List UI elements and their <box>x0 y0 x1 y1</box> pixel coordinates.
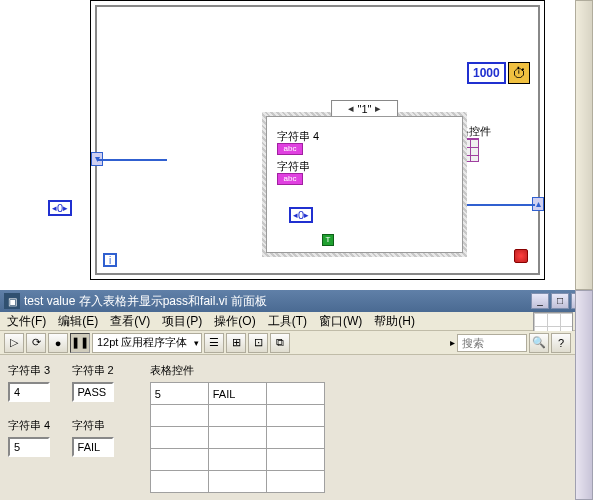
window-title: test value 存入表格并显示pass和fail.vi 前面板 <box>24 293 267 310</box>
vi-icon: ▣ <box>4 293 20 309</box>
help-icon[interactable]: ? <box>551 333 571 353</box>
string4-label: 字符串 4 <box>8 418 50 433</box>
table-control[interactable]: 5FAIL <box>150 382 325 493</box>
string3-input[interactable] <box>8 382 50 402</box>
toolbar: ▷ ⟳ ● ❚❚ 12pt 应用程序字体 ☰ ⊞ ⊡ ⧉ ▸ 🔍 ? <box>0 331 575 355</box>
case-frame: 字符串 4 abc 字符串 abc ◂0▸ <box>266 116 463 253</box>
case-structure: "1" 字符串 4 abc 字符串 abc ◂0▸ <box>262 112 467 257</box>
menu-edit[interactable]: 编辑(E) <box>55 312 101 331</box>
table-control-group: 表格控件 5FAIL <box>150 363 325 493</box>
block-diagram-area: 1000 ⏱ 表格控件 ▾ ▴ "1" 字符串 4 abc 字符串 abc ◂0… <box>0 0 575 290</box>
string2-input[interactable] <box>72 382 114 402</box>
window-titlebar: ▣ test value 存入表格并显示pass和fail.vi 前面板 _ □… <box>0 290 593 312</box>
distribute-button[interactable]: ⊞ <box>226 333 246 353</box>
string4-group: 字符串 4 <box>8 418 50 457</box>
true-constant: T <box>322 234 334 246</box>
search-icon[interactable]: 🔍 <box>529 333 549 353</box>
run-button[interactable]: ▷ <box>4 333 24 353</box>
menu-view[interactable]: 查看(V) <box>107 312 153 331</box>
wire-blue <box>97 159 167 161</box>
menu-file[interactable]: 文件(F) <box>4 312 49 331</box>
align-button[interactable]: ☰ <box>204 333 224 353</box>
while-loop: 1000 ⏱ 表格控件 ▾ ▴ "1" 字符串 4 abc 字符串 abc ◂0… <box>95 5 540 275</box>
case-selector[interactable]: "1" <box>331 100 399 117</box>
menubar: 文件(F) 编辑(E) 查看(V) 项目(P) 操作(O) 工具(T) 窗口(W… <box>0 312 575 331</box>
string-input[interactable] <box>72 437 114 457</box>
search-nav-icon[interactable]: ▸ <box>450 337 455 348</box>
string-label: 字符串 <box>277 159 310 174</box>
loop-iteration-terminal: i <box>103 253 117 267</box>
string4-terminal: abc <box>277 143 303 155</box>
string-label: 字符串 <box>72 418 114 433</box>
table-row <box>150 405 324 427</box>
table-row <box>150 427 324 449</box>
front-panel: 字符串 3 字符串 2 字符串 4 字符串 表格控件 5FA <box>0 355 575 500</box>
wait-timer: 1000 ⏱ <box>467 62 530 84</box>
string4-input[interactable] <box>8 437 50 457</box>
table-row <box>150 449 324 471</box>
string-group: 字符串 <box>72 418 114 457</box>
reorder-button[interactable]: ⧉ <box>270 333 290 353</box>
timer-ms-constant: 1000 <box>467 62 506 84</box>
numeric-control-outside[interactable]: ◂0▸ <box>48 200 72 216</box>
scrollbar-panel[interactable] <box>575 290 593 500</box>
menu-tools[interactable]: 工具(T) <box>265 312 310 331</box>
run-continuous-button[interactable]: ⟳ <box>26 333 46 353</box>
string2-label: 字符串 2 <box>72 363 114 378</box>
metronome-icon: ⏱ <box>508 62 530 84</box>
font-selector[interactable]: 12pt 应用程序字体 <box>92 333 202 353</box>
string2-group: 字符串 2 <box>72 363 114 402</box>
pause-button[interactable]: ❚❚ <box>70 333 90 353</box>
minimize-button[interactable]: _ <box>531 293 549 309</box>
scrollbar-diagram[interactable] <box>575 0 593 290</box>
menu-operate[interactable]: 操作(O) <box>211 312 258 331</box>
menu-help[interactable]: 帮助(H) <box>371 312 418 331</box>
table-control-label: 表格控件 <box>150 363 325 378</box>
menu-project[interactable]: 项目(P) <box>159 312 205 331</box>
string-terminal: abc <box>277 173 303 185</box>
maximize-button[interactable]: □ <box>551 293 569 309</box>
table-row <box>150 471 324 493</box>
abort-button[interactable]: ● <box>48 333 68 353</box>
string4-label: 字符串 4 <box>277 129 319 144</box>
table-row: 5FAIL <box>150 383 324 405</box>
search-input[interactable] <box>457 334 527 352</box>
menu-window[interactable]: 窗口(W) <box>316 312 365 331</box>
resize-button[interactable]: ⊡ <box>248 333 268 353</box>
numeric-control-inside[interactable]: ◂0▸ <box>289 207 313 223</box>
stop-terminal <box>514 249 528 263</box>
string3-group: 字符串 3 <box>8 363 50 402</box>
string3-label: 字符串 3 <box>8 363 50 378</box>
